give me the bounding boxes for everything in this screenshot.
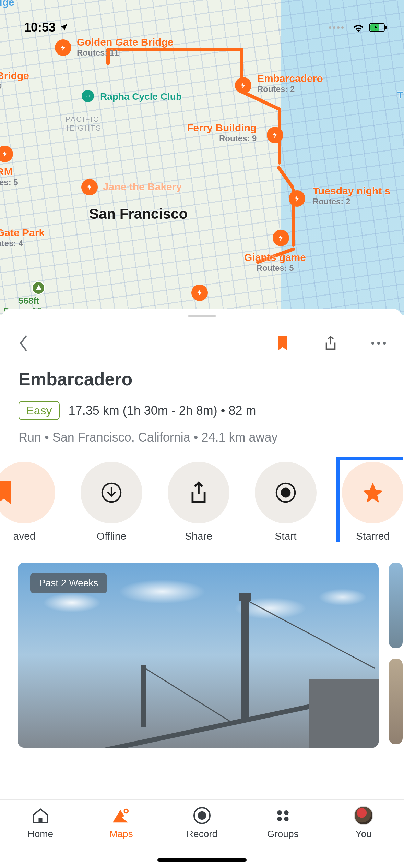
share-header-button[interactable] [320, 336, 341, 351]
tab-home-label: Home [27, 829, 53, 840]
download-icon [100, 482, 122, 504]
action-share[interactable]: Share [155, 462, 242, 542]
groups-icon [275, 809, 291, 822]
chevron-left-icon [19, 335, 29, 351]
map-view[interactable]: idge Golden Gate Bridge Routes: 11 Embar… [0, 0, 404, 315]
action-starred-label: Starred [356, 530, 390, 542]
bookmark-button[interactable] [272, 336, 293, 350]
tab-home[interactable]: Home [0, 806, 81, 868]
svg-point-3 [371, 342, 374, 345]
poi-bridge-top: idge [0, 0, 14, 8]
svg-point-4 [377, 342, 380, 345]
maps-icon [111, 807, 131, 824]
home-indicator[interactable] [157, 858, 247, 862]
map-pin-ferry[interactable] [267, 127, 283, 143]
action-offline-label: Offline [97, 530, 126, 542]
map-pin-tuesday[interactable] [289, 190, 305, 207]
share-icon [324, 336, 337, 351]
svg-point-5 [383, 342, 386, 345]
photo-badge: Past 2 Weeks [30, 573, 107, 593]
location-arrow-icon [59, 23, 69, 32]
action-start-label: Start [275, 530, 296, 542]
action-starred[interactable]: Starred [329, 462, 403, 542]
share-up-icon [189, 481, 208, 504]
svg-point-13 [284, 810, 288, 815]
poi-sub-bridge-side: 8 [0, 82, 29, 91]
route-detail-sheet: Embarcadero Easy 17.35 km (1h 30m - 2h 8… [1, 309, 403, 868]
map-pin-giants[interactable] [273, 230, 289, 246]
poi-title-embarcadero: Embarcadero [257, 73, 323, 84]
poi-sub-golden-gate: Routes: 11 [77, 48, 174, 58]
tab-groups-label: Groups [267, 829, 299, 840]
map-pin-south[interactable] [191, 285, 208, 301]
sheet-grabber[interactable] [188, 315, 216, 317]
status-time: 10:53 [24, 20, 56, 35]
avatar [354, 806, 373, 825]
tab-maps[interactable]: Maps [81, 806, 162, 868]
bakery-label: Jane the Bakery [103, 181, 182, 193]
poi-title-giants: Giants game [244, 252, 306, 263]
poi-sub-embarcadero: Routes: 2 [257, 84, 323, 94]
tab-you-label: You [356, 829, 372, 840]
battery-icon [369, 23, 387, 32]
cellular-dots [329, 26, 344, 29]
tab-bar: Home Maps Record Groups You [0, 799, 404, 868]
svg-point-8 [281, 488, 291, 498]
action-row: aved Offline Share Start [0, 445, 403, 542]
wifi-icon [353, 23, 364, 32]
map-pin-rapha[interactable] [82, 90, 94, 102]
bookmark-filled-icon [0, 481, 13, 504]
tab-maps-label: Maps [109, 829, 133, 840]
action-saved-label: aved [13, 530, 35, 542]
poi-sub-giants: Routes: 5 [244, 263, 306, 273]
tab-record-label: Record [187, 829, 217, 840]
svg-point-15 [284, 817, 288, 821]
shop-label: Rapha Cycle Club [100, 91, 182, 102]
tab-you[interactable]: You [323, 806, 404, 868]
more-horizontal-icon [371, 341, 387, 345]
tab-groups[interactable]: Groups [242, 806, 323, 868]
route-title: Embarcadero [19, 369, 385, 389]
photo-main[interactable]: Past 2 Weeks [18, 563, 379, 748]
neighborhood-label: PACIFIC HEIGHTS [58, 115, 106, 133]
route-meta: Run • San Francisco, California • 24.1 k… [1, 420, 403, 445]
poi-title-golden-gate: Golden Gate Bridge [77, 36, 174, 48]
difficulty-badge: Easy [19, 401, 60, 420]
poi-title-bridge-side: Bridge [0, 70, 29, 82]
svg-point-11 [198, 811, 206, 820]
map-pin-golden-gate[interactable] [55, 39, 71, 56]
svg-rect-1 [385, 26, 387, 29]
action-offline[interactable]: Offline [68, 462, 155, 542]
more-button[interactable] [368, 341, 389, 345]
poi-title-arm: RM [0, 166, 18, 178]
record-circle-icon [275, 482, 297, 504]
back-button[interactable] [19, 335, 29, 351]
photo-side-1[interactable] [389, 563, 403, 648]
poi-sub-ferry: Routes: 9 [187, 134, 257, 143]
photo-strip[interactable]: Past 2 Weeks [1, 542, 403, 748]
map-pin-embarcadero[interactable] [235, 77, 251, 94]
poi-t-right: T [397, 89, 403, 101]
action-share-label: Share [185, 530, 212, 542]
svg-point-14 [277, 817, 282, 821]
home-icon [32, 807, 49, 824]
poi-sub-tuesday: Routes: 2 [313, 197, 390, 206]
poi-title-gate-park: Gate Park [0, 227, 45, 239]
elevation-value: 568ft [3, 296, 54, 306]
svg-point-9 [124, 809, 128, 813]
poi-sub-gate-park: utes: 4 [0, 239, 45, 248]
bookmark-icon [277, 336, 288, 350]
poi-title-ferry: Ferry Building [187, 122, 257, 134]
action-start[interactable]: Start [242, 462, 329, 542]
action-saved[interactable]: aved [0, 462, 68, 542]
poi-sub-arm: tes: 5 [0, 178, 18, 187]
record-icon [193, 806, 211, 825]
city-label: San Francisco [89, 206, 188, 222]
star-icon [361, 481, 385, 505]
elevation-pin[interactable] [32, 281, 45, 295]
poi-title-tuesday: Tuesday night s [313, 185, 390, 197]
photo-side-2[interactable] [389, 659, 403, 744]
map-pin-bakery[interactable] [81, 179, 98, 195]
status-bar: 10:53 [0, 17, 404, 38]
route-stats: 17.35 km (1h 30m - 2h 8m) • 82 m [69, 403, 256, 418]
